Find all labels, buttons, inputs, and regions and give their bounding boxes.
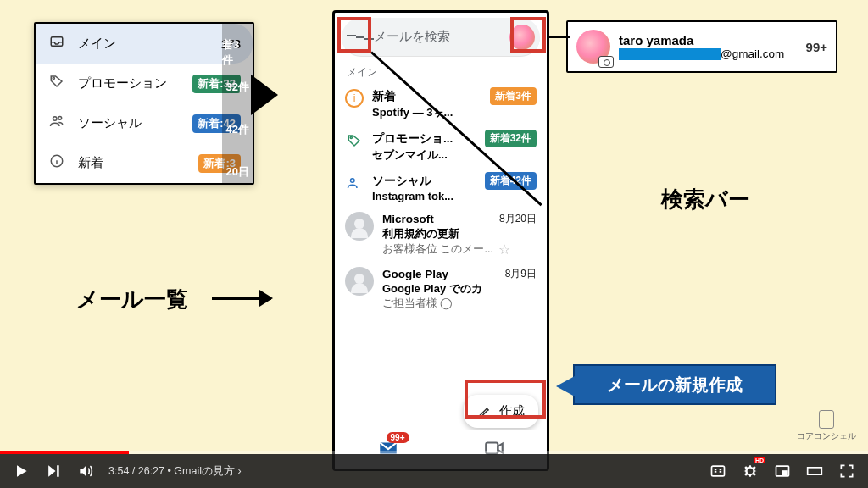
svg-rect-10 xyxy=(782,471,787,474)
people-icon xyxy=(47,114,66,133)
sender-avatar xyxy=(345,212,374,241)
drawer-label: 新着 xyxy=(78,155,186,171)
mail-item[interactable]: i 新着新着3件 Spotify — 3ヶ... xyxy=(335,81,547,124)
play-button[interactable] xyxy=(12,462,31,480)
label-searchbar: 検索バー xyxy=(661,185,750,214)
drawer-row-new[interactable]: 新着 新着:3 xyxy=(36,143,253,183)
search-placeholder: メールを検索 xyxy=(374,29,509,45)
sender-avatar xyxy=(345,267,374,296)
inbox-icon xyxy=(47,34,66,53)
drawer-row-social[interactable]: ソーシャル 新着:42 xyxy=(36,103,253,143)
label-compose: メールの新規作成 xyxy=(573,364,776,405)
svg-point-2 xyxy=(53,117,58,121)
nav-badge: 99+ xyxy=(387,432,409,443)
hamburger-icon[interactable] xyxy=(347,24,374,51)
svg-point-6 xyxy=(351,179,355,183)
redacted-bar xyxy=(619,48,721,60)
subtitles-button[interactable] xyxy=(709,462,727,480)
pointer-icon xyxy=(251,75,278,115)
time-display: 3:54 / 26:27 • Gmailの見方 › xyxy=(108,464,242,479)
tag-icon xyxy=(345,131,364,150)
drawer-row-promo[interactable]: プロモーション 新着:32 xyxy=(36,64,253,103)
svg-point-1 xyxy=(53,77,54,79)
tag-icon xyxy=(47,74,66,93)
section-label: メイン xyxy=(335,62,547,81)
svg-point-3 xyxy=(58,116,62,119)
volume-button[interactable] xyxy=(76,462,95,480)
next-button[interactable] xyxy=(44,462,63,480)
account-avatar[interactable] xyxy=(509,25,535,50)
drawer-label: プロモーション xyxy=(78,75,181,92)
svg-rect-8 xyxy=(712,466,725,476)
star-icon[interactable]: ☆ xyxy=(498,241,510,258)
label-maillist: メール一覧 xyxy=(76,285,188,314)
camera-icon xyxy=(598,56,614,68)
mail-item[interactable]: Google Play8月9日 Google Play でのカ ご担当者様 ◯ xyxy=(335,261,547,314)
theater-button[interactable] xyxy=(805,462,824,480)
line-account xyxy=(547,36,570,38)
pencil-icon xyxy=(477,404,492,419)
arrow-icon xyxy=(212,297,271,300)
account-callout: taro yamada @gmail.com 99+ xyxy=(566,20,837,73)
fullscreen-button[interactable] xyxy=(837,462,856,480)
info-icon xyxy=(47,153,66,173)
settings-button[interactable]: HD xyxy=(741,462,760,480)
brand-watermark: コアコンシェル xyxy=(797,410,856,442)
svg-rect-11 xyxy=(808,468,822,474)
drawer-callout: メイン 173 プロモーション 新着:32 ソーシャル 新着:42 新着 新着:… xyxy=(34,22,254,185)
mail-item[interactable]: ソーシャル新着42件 Instagram tok... xyxy=(335,166,547,206)
account-count: 99+ xyxy=(806,40,827,54)
phone-frame: メールを検索 メイン i 新着新着3件 Spotify — 3ヶ... プロモー… xyxy=(332,10,549,471)
mail-item[interactable]: Microsoft8月20日 利用規約の更新 お客様各位 このメー...☆ xyxy=(335,206,547,261)
drawer-label: ソーシャル xyxy=(78,115,181,131)
drawer-row-main[interactable]: メイン 173 xyxy=(36,24,253,64)
people-icon xyxy=(345,174,364,192)
miniplayer-button[interactable] xyxy=(773,462,792,480)
svg-point-5 xyxy=(350,136,352,138)
info-icon: i xyxy=(345,89,364,108)
drawer-label: メイン xyxy=(78,36,209,52)
drawer-shade: 着3件 32件 42件 20日 xyxy=(222,24,253,183)
brand-icon xyxy=(819,410,834,429)
mail-item[interactable]: プロモーショ...新着32件 セブンマイル... xyxy=(335,124,547,166)
compose-button[interactable]: 作成 xyxy=(464,395,538,428)
youtube-controls: 3:54 / 26:27 • Gmailの見方 › HD xyxy=(0,454,868,488)
account-name: taro yamada xyxy=(619,33,798,47)
